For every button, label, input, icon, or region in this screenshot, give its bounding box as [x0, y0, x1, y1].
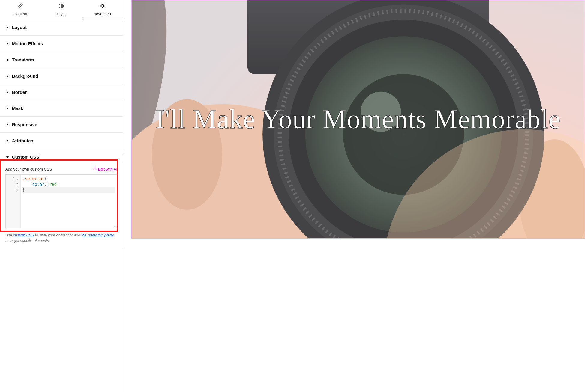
caret-right-icon [6, 91, 9, 94]
tab-style[interactable]: Style [41, 0, 82, 19]
section-title: Custom CSS [12, 154, 39, 159]
editor-tabs: Content Style Advanced [0, 0, 123, 19]
section-border[interactable]: Border [0, 84, 123, 100]
section-custom-css: Custom CSS Add your own custom CSS Edit … [0, 149, 123, 249]
section-title: Transform [12, 57, 34, 62]
caret-right-icon [6, 26, 9, 29]
help-link-selector-prefix[interactable]: the "selector" prefix [81, 233, 114, 237]
section-title: Responsive [12, 122, 37, 127]
section-responsive[interactable]: Responsive [0, 117, 123, 133]
caret-right-icon [6, 58, 9, 61]
app-root: Content Style Advanced Layout [0, 0, 585, 392]
section-background[interactable]: Background [0, 68, 123, 84]
section-transform[interactable]: Transform [0, 52, 123, 68]
caret-right-icon [6, 42, 9, 45]
help-link-custom-css[interactable]: custom CSS [13, 233, 34, 237]
section-custom-css-header[interactable]: Custom CSS [0, 149, 123, 165]
section-motion-effects[interactable]: Motion Effects [0, 36, 123, 52]
caret-right-icon [6, 75, 9, 78]
hero-headline: I'll Make Your Moments Memorable [147, 103, 570, 136]
code-gutter: 1 2 3 [6, 175, 21, 228]
section-title: Border [12, 90, 27, 95]
tab-advanced[interactable]: Advanced [82, 0, 123, 19]
section-title: Mask [12, 106, 23, 111]
section-title: Layout [12, 25, 27, 30]
custom-css-help-text: Use custom CSS to style your content or … [5, 233, 117, 243]
section-title: Motion Effects [12, 41, 43, 46]
section-attributes[interactable]: Attributes [0, 133, 123, 149]
section-mask[interactable]: Mask [0, 100, 123, 117]
caret-right-icon [6, 107, 9, 110]
edit-with-ai-button[interactable]: Edit with AI [93, 167, 117, 171]
tab-label: Content [14, 12, 27, 16]
section-title: Attributes [12, 138, 33, 143]
section-title: Background [12, 73, 38, 79]
canvas-preview: I'll Make Your Moments Memorable [123, 0, 585, 392]
line-number: 3 [8, 188, 19, 193]
caret-right-icon [6, 139, 9, 142]
tab-label: Style [57, 12, 66, 16]
hero-widget[interactable]: I'll Make Your Moments Memorable [131, 0, 585, 239]
line-number: 2 [8, 182, 19, 188]
sections-list: Layout Motion Effects Transform Backgrou… [0, 19, 123, 392]
sparkle-icon [93, 167, 97, 171]
caret-down-icon [6, 156, 9, 159]
tab-content[interactable]: Content [0, 0, 41, 19]
gear-icon [99, 3, 105, 10]
tab-label: Advanced [94, 12, 111, 16]
line-number: 1 [8, 176, 19, 182]
section-layout[interactable]: Layout [0, 19, 123, 36]
half-circle-icon [58, 3, 64, 10]
caret-right-icon [6, 123, 9, 126]
pencil-icon [17, 3, 23, 10]
code-content[interactable]: .selector{ color: red; } [21, 175, 117, 228]
edit-ai-label: Edit with AI [98, 167, 117, 171]
custom-css-body: Add your own custom CSS Edit with AI 1 2 [0, 167, 123, 249]
hero-text-wrap: I'll Make Your Moments Memorable [132, 0, 585, 238]
custom-css-code-editor[interactable]: 1 2 3 .selector{ color: red; } [5, 174, 117, 228]
custom-css-own-label: Add your own custom CSS [5, 167, 52, 171]
editor-sidebar: Content Style Advanced Layout [0, 0, 123, 392]
